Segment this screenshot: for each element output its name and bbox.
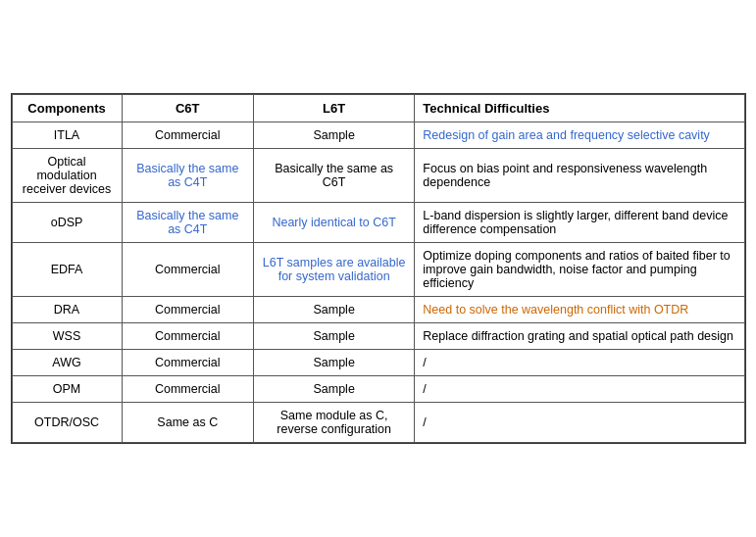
- cell-l6t: Sample: [254, 323, 415, 350]
- cell-tech: Redesign of gain area and frequency sele…: [415, 122, 744, 149]
- cell-tech: /: [415, 350, 744, 376]
- components-table: Components C6T L6T Technical Difficultie…: [12, 94, 745, 443]
- cell-l6t: Same module as C, reverse configuration: [254, 403, 415, 443]
- cell-l6t: Sample: [254, 350, 415, 376]
- cell-c6t: Commercial: [122, 350, 253, 376]
- main-table-container: Components C6T L6T Technical Difficultie…: [11, 93, 746, 444]
- cell-tech: /: [415, 403, 744, 443]
- cell-l6t: Sample: [254, 122, 415, 149]
- cell-l6t: Sample: [254, 297, 415, 323]
- cell-c6t: Commercial: [122, 376, 253, 403]
- table-row: Optical modulation receiver devicesBasic…: [12, 149, 744, 203]
- header-components: Components: [12, 95, 122, 122]
- cell-component: EDFA: [12, 243, 122, 297]
- table-row: ITLACommercialSampleRedesign of gain are…: [12, 122, 744, 149]
- cell-component: oDSP: [12, 203, 122, 243]
- cell-c6t: Same as C: [122, 403, 253, 443]
- cell-component: AWG: [12, 350, 122, 376]
- header-c6t: C6T: [122, 95, 253, 122]
- header-tech: Technical Difficulties: [415, 95, 744, 122]
- cell-l6t: Nearly identical to C6T: [254, 203, 415, 243]
- cell-c6t: Basically the same as C4T: [122, 149, 253, 203]
- cell-component: DRA: [12, 297, 122, 323]
- cell-component: WSS: [12, 323, 122, 350]
- cell-c6t: Commercial: [122, 297, 253, 323]
- header-l6t: L6T: [254, 95, 415, 122]
- table-row: AWGCommercialSample/: [12, 350, 744, 376]
- cell-tech: Focus on bias point and responsiveness w…: [415, 149, 744, 203]
- table-row: OPMCommercialSample/: [12, 376, 744, 403]
- cell-l6t: Sample: [254, 376, 415, 403]
- cell-c6t: Basically the same as C4T: [122, 203, 253, 243]
- cell-component: Optical modulation receiver devices: [12, 149, 122, 203]
- header-row: Components C6T L6T Technical Difficultie…: [12, 95, 744, 122]
- table-row: EDFACommercialL6T samples are available …: [12, 243, 744, 297]
- cell-component: ITLA: [12, 122, 122, 149]
- cell-tech: L-band dispersion is slightly larger, di…: [415, 203, 744, 243]
- cell-tech: /: [415, 376, 744, 403]
- cell-c6t: Commercial: [122, 243, 253, 297]
- cell-component: OPM: [12, 376, 122, 403]
- cell-l6t: L6T samples are available for system val…: [254, 243, 415, 297]
- table-row: DRACommercialSampleNeed to solve the wav…: [12, 297, 744, 323]
- table-row: OTDR/OSCSame as CSame module as C, rever…: [12, 403, 744, 443]
- table-row: oDSPBasically the same as C4TNearly iden…: [12, 203, 744, 243]
- cell-l6t: Basically the same as C6T: [254, 149, 415, 203]
- cell-c6t: Commercial: [122, 323, 253, 350]
- cell-component: OTDR/OSC: [12, 403, 122, 443]
- cell-tech: Optimize doping components and ratios of…: [415, 243, 744, 297]
- table-row: WSSCommercialSampleReplace diffraction g…: [12, 323, 744, 350]
- cell-tech: Need to solve the wavelength conflict wi…: [415, 297, 744, 323]
- cell-tech: Replace diffraction grating and spatial …: [415, 323, 744, 350]
- cell-c6t: Commercial: [122, 122, 253, 149]
